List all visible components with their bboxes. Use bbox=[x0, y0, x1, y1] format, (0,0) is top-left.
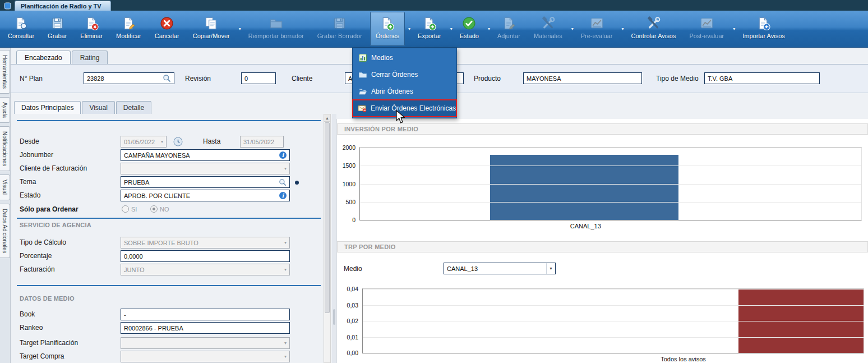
toolbar-button-label: Pre-evaluar bbox=[581, 33, 613, 39]
toolbar-button-ordenes[interactable]: Órdenes bbox=[370, 12, 405, 46]
menu-item-enviar-ordenes-electronicas[interactable]: Enviar Órdenes Electrónicas bbox=[353, 100, 456, 117]
info-icon[interactable] bbox=[279, 192, 287, 199]
form-row-tipo-calculo: Tipo de Cálculo SOBRE IMPORTE BRUTO bbox=[14, 237, 324, 249]
sidebar-tab-herramientas[interactable]: Herramientas bbox=[0, 50, 10, 94]
form-row-estado: Estado APROB. POR CLIENTE bbox=[14, 190, 324, 201]
medio-select[interactable]: CANAL_13 bbox=[444, 263, 556, 274]
toolbar-button-grabar[interactable]: Grabar bbox=[42, 12, 72, 46]
menu-item-medios[interactable]: Medios bbox=[353, 49, 456, 66]
toolbar-button-controlar-avisos[interactable]: Controlar Avisos bbox=[626, 12, 682, 46]
book-input[interactable]: - bbox=[121, 309, 290, 320]
dropdown-caret-icon[interactable] bbox=[571, 26, 574, 31]
toolbar-button-cancelar[interactable]: Cancelar bbox=[149, 12, 185, 46]
trp-chart-header: TRP POR MEDIO bbox=[337, 241, 868, 252]
sidebar-tab-ayuda[interactable]: Ayuda bbox=[0, 97, 10, 123]
search-icon[interactable] bbox=[279, 178, 287, 186]
sidebar-tab-visual[interactable]: Visual bbox=[0, 174, 10, 200]
dropdown-caret-icon[interactable] bbox=[488, 26, 490, 31]
tipo-calculo-select[interactable]: SOBRE IMPORTE BRUTO bbox=[121, 237, 290, 249]
jobnumber-label: Jobnumber bbox=[20, 151, 53, 159]
toolbar-button-exportar[interactable]: Exportar bbox=[412, 12, 447, 46]
tipo-medio-input[interactable]: T.V. GBA bbox=[704, 72, 820, 84]
toolbar-button-modificar[interactable]: Modificar bbox=[110, 12, 147, 46]
scrollbar-thumb[interactable] bbox=[325, 122, 330, 313]
splitter-grip[interactable] bbox=[333, 309, 335, 325]
menu-item-cerrar-ordenes[interactable]: Cerrar Órdenes bbox=[353, 66, 456, 83]
panel-splitter[interactable] bbox=[332, 114, 336, 363]
gridline bbox=[363, 321, 864, 321]
send-electronic-orders-icon bbox=[358, 104, 367, 113]
form-scrollbar[interactable] bbox=[324, 114, 331, 363]
target-planificacion-select[interactable] bbox=[121, 337, 290, 349]
chevron-down-icon[interactable] bbox=[546, 263, 555, 274]
tema-input[interactable]: PRUEBA bbox=[121, 176, 290, 188]
tab-encabezado[interactable]: Encabezado bbox=[16, 50, 71, 64]
radio-no[interactable]: NO bbox=[150, 205, 169, 213]
tab-datos-principales[interactable]: Datos Principales bbox=[14, 101, 81, 114]
toolbar-button-label: Reimportar borrador bbox=[248, 33, 304, 39]
estado-label: Estado bbox=[20, 191, 40, 199]
dropdown-caret-icon[interactable] bbox=[622, 26, 624, 31]
plan-input[interactable]: 23828 bbox=[84, 72, 174, 84]
toolbar-button-importar-avisos[interactable]: Importar Avisos bbox=[737, 12, 791, 46]
info-icon[interactable] bbox=[279, 151, 287, 159]
hasta-label: Hasta bbox=[203, 137, 220, 145]
tab-visual[interactable]: Visual bbox=[82, 101, 114, 114]
toolbar-button-eliminar[interactable]: Eliminar bbox=[75, 12, 108, 46]
chevron-down-icon bbox=[161, 139, 163, 144]
gridline bbox=[360, 184, 861, 185]
import-ads-icon bbox=[756, 15, 771, 31]
y-axis-ticks: 2000150010005000 bbox=[338, 148, 358, 220]
cliente-facturacion-label: Cliente de Facturación bbox=[20, 164, 87, 172]
rankeo-label: Rankeo bbox=[20, 324, 43, 332]
left-dock-tabs: HerramientasAyudaNotificacionesVisualDat… bbox=[0, 48, 11, 363]
toolbar-button-label: Consultar bbox=[8, 33, 34, 39]
x-axis-label: CANAL_13 bbox=[570, 223, 601, 229]
sidebar-tab-notificaciones[interactable]: Notificaciones bbox=[0, 126, 10, 171]
gridline bbox=[360, 202, 861, 203]
divider bbox=[17, 120, 321, 121]
dropdown-caret-icon[interactable] bbox=[450, 26, 453, 31]
copy-icon bbox=[204, 15, 219, 31]
radio-si[interactable]: SI bbox=[122, 205, 137, 213]
toolbar-button-post-evaluar: Post-evaluar bbox=[684, 12, 730, 46]
toolbar-button-estado[interactable]: Estado bbox=[454, 12, 484, 46]
dropdown-caret-icon[interactable] bbox=[733, 26, 735, 31]
dropdown-caret-icon[interactable] bbox=[239, 26, 241, 31]
clock-button[interactable] bbox=[173, 136, 183, 147]
estado-input[interactable]: APROB. POR CLIENTE bbox=[121, 190, 290, 201]
hasta-date-select[interactable]: 31/05/2022 bbox=[240, 136, 284, 148]
producto-input[interactable]: MAYONESA bbox=[523, 72, 642, 84]
menu-item-abrir-ordenes[interactable]: Abrir Órdenes bbox=[353, 83, 456, 100]
desde-date-select[interactable]: 01/05/2022 bbox=[121, 136, 167, 148]
open-orders-icon bbox=[358, 87, 367, 96]
jobnumber-input[interactable]: CAMPAÑA MAYONESA bbox=[121, 149, 290, 161]
form-row-porcentaje: Porcentaje 0,0000 bbox=[14, 250, 324, 262]
gridline bbox=[363, 337, 864, 338]
consult-icon bbox=[13, 15, 29, 31]
media-icon bbox=[358, 53, 367, 62]
rankeo-input[interactable]: R0002866 - PRUEBA bbox=[121, 322, 290, 334]
pre-evaluate-icon bbox=[589, 15, 604, 31]
menu-item-label: Abrir Órdenes bbox=[371, 88, 413, 95]
cliente-facturacion-select[interactable] bbox=[121, 163, 290, 174]
menu-item-label: Enviar Órdenes Electrónicas bbox=[371, 104, 456, 112]
window-tab[interactable]: Planificación de Radio y TV bbox=[15, 1, 111, 11]
facturacion-label: Facturación bbox=[20, 265, 55, 273]
save-icon bbox=[50, 15, 65, 31]
materials-icon bbox=[541, 15, 556, 31]
scroll-up-button[interactable] bbox=[324, 114, 330, 122]
search-icon[interactable] bbox=[163, 74, 171, 82]
edit-doc-icon bbox=[121, 15, 136, 31]
tab-rating[interactable]: Rating bbox=[72, 50, 108, 64]
sidebar-tab-datos-adicionales[interactable]: Datos Adicionales bbox=[0, 204, 10, 259]
tab-detalle[interactable]: Detalle bbox=[116, 101, 151, 114]
toolbar-button-consultar[interactable]: Consultar bbox=[2, 12, 40, 46]
revision-input[interactable]: 0 bbox=[241, 72, 276, 84]
porcentaje-input[interactable]: 0,0000 bbox=[121, 250, 290, 262]
facturacion-select[interactable]: JUNTO bbox=[121, 264, 290, 275]
y-tick-label: 0 bbox=[352, 217, 355, 223]
target-compra-select[interactable] bbox=[121, 351, 290, 362]
dropdown-caret-icon[interactable] bbox=[408, 26, 410, 31]
toolbar-button-copiar-mover[interactable]: Copiar/Mover bbox=[187, 12, 236, 46]
